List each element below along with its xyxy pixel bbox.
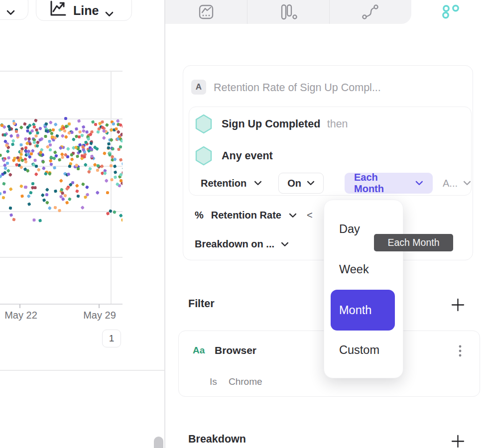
chevron-down-icon: [415, 181, 423, 186]
scatter-point: [54, 122, 58, 126]
scatter-point: [119, 179, 122, 182]
scatter-point: [1, 196, 5, 199]
scatter-point: [53, 136, 56, 139]
scatter-point: [68, 164, 72, 168]
interval-dropdown-menu: Day Week Month Custom: [324, 200, 403, 378]
scatter-point: [33, 218, 36, 221]
scatter-point: [68, 122, 71, 125]
scatter-point: [68, 197, 72, 201]
scatter-point: [29, 142, 32, 145]
scatter-point: [98, 121, 102, 125]
event-row[interactable]: Sign Up Completed then: [195, 114, 348, 134]
scatter-point: [31, 182, 34, 185]
scatter-point: [30, 129, 34, 132]
breakdown-on-dropdown[interactable]: Breakdown on ...: [195, 238, 289, 250]
tab-bars[interactable]: [247, 0, 330, 24]
scatter-point: [34, 159, 37, 162]
scatter-point: [102, 136, 106, 140]
query-title[interactable]: Retention Rate of Sign Up Compl...: [214, 82, 381, 94]
scatter-point: [70, 157, 74, 161]
scatter-point: [67, 131, 71, 134]
scatter-point: [44, 129, 47, 132]
interval-dropdown[interactable]: Each Month: [345, 173, 433, 194]
filter-operator[interactable]: Is: [210, 376, 217, 387]
scatter-point: [19, 143, 22, 146]
scatter-point: [45, 201, 49, 205]
event-name[interactable]: Any event: [222, 150, 273, 162]
truncated-dropdown[interactable]: A...: [443, 178, 471, 189]
scatter-point: [17, 158, 21, 162]
scatter-point: [27, 137, 31, 140]
menu-item-custom[interactable]: Custom: [339, 343, 379, 357]
scatter-point: [111, 178, 114, 181]
scatter-point: [77, 119, 81, 122]
scatter-point: [113, 164, 117, 168]
scatter-point: [49, 120, 53, 124]
filter-property-name[interactable]: Browser: [215, 344, 256, 356]
scatter-point: [15, 129, 18, 132]
scatter-point: [6, 169, 10, 173]
scatter-point: [37, 168, 41, 172]
scatter-point: [85, 185, 89, 189]
measure-dropdown-label[interactable]: Retention Rate: [211, 210, 281, 221]
collapse-arrow[interactable]: <: [307, 210, 313, 221]
scatter-point: [48, 148, 51, 151]
measure-row[interactable]: % Retention Rate <: [195, 210, 313, 221]
horizontal-divider: [0, 370, 164, 371]
interval-dropdown-label: Each Month: [354, 172, 409, 195]
add-filter-button[interactable]: [451, 298, 465, 314]
scatter-point: [95, 147, 99, 150]
scatter-point: [50, 132, 53, 135]
metric-panel-icon: [198, 4, 214, 20]
scatter-point: [24, 160, 27, 163]
kebab-menu-icon[interactable]: [458, 344, 462, 360]
event-name[interactable]: Sign Up Completed: [222, 118, 320, 130]
scrollbar-thumb[interactable]: [154, 437, 163, 448]
event-row[interactable]: Any event: [195, 146, 273, 166]
pagination-page-button[interactable]: 1: [102, 330, 121, 347]
scatter-point: [0, 123, 3, 126]
menu-item-day[interactable]: Day: [339, 223, 360, 236]
retention-analysis-screen: Line May 22 May 29 1: [0, 0, 489, 448]
scatter-point: [60, 195, 63, 198]
scatter-point: [64, 117, 67, 120]
scatter-dots-icon: [439, 2, 462, 21]
scatter-point: [116, 118, 120, 122]
tab-flow[interactable]: [330, 0, 411, 24]
scatter-point: [34, 172, 38, 176]
scatter-point: [50, 162, 53, 166]
scatter-point: [72, 137, 75, 141]
line-chart-icon: [49, 0, 67, 17]
scatter-point: [42, 198, 46, 202]
on-dropdown-label: On: [287, 178, 301, 189]
tab-scatter-active[interactable]: [411, 0, 489, 24]
retention-dropdown[interactable]: Retention: [201, 178, 262, 189]
filter-value[interactable]: Chrome: [229, 376, 262, 387]
scatter-point: [109, 164, 112, 167]
hover-tooltip: Each Month: [374, 234, 453, 251]
menu-item-week[interactable]: Week: [339, 263, 369, 276]
event-definition-card: Sign Up Completed then Any event Retenti…: [189, 107, 472, 196]
scatter-point: [61, 191, 64, 195]
scatter-point: [94, 122, 97, 125]
menu-item-month-selected[interactable]: Month: [331, 290, 395, 331]
tab-metric-chart[interactable]: [165, 0, 247, 24]
scatter-point: [9, 213, 13, 217]
scatter-point: [122, 162, 122, 165]
scatter-point: [38, 126, 42, 130]
scatter-point: [96, 190, 100, 194]
add-breakdown-button[interactable]: [451, 435, 465, 448]
collapsed-dropdown-button[interactable]: [0, 0, 28, 20]
x-axis-tick: [19, 304, 20, 308]
breakdown-on-label: Breakdown on ...: [195, 238, 274, 250]
scatter-point: [105, 179, 109, 183]
chart-type-selector[interactable]: Line: [36, 0, 132, 21]
scatter-point: [78, 135, 81, 138]
on-dropdown[interactable]: On: [278, 173, 324, 194]
scatter-point: [19, 184, 23, 188]
scatter-point: [53, 166, 56, 169]
scatter-point: [75, 184, 79, 188]
scatter-point: [49, 143, 52, 146]
scatter-point: [45, 193, 48, 196]
scatter-point: [103, 171, 107, 175]
